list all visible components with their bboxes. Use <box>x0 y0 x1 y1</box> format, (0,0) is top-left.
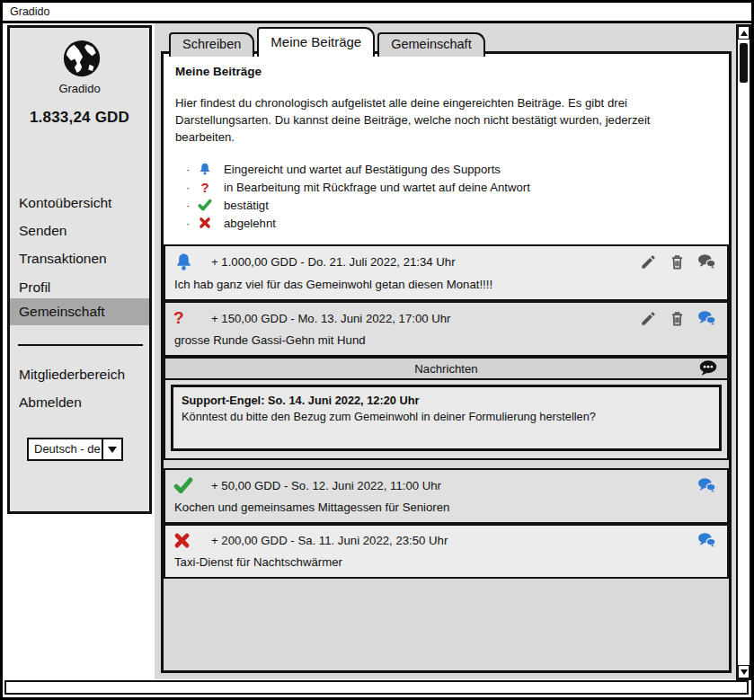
entries-list: + 1.000,00 GDD - Do. 21. Juli 2022, 21:3… <box>164 244 729 670</box>
cross-icon <box>173 532 199 549</box>
triangle-down-icon <box>741 669 748 675</box>
message-datetime: So. 14. Juni 2022, 12:20 Uhr <box>268 394 420 407</box>
question-icon: ? <box>173 308 199 328</box>
message-text: Könntest du bitte den Bezug zum Gemeinwo… <box>182 409 711 425</box>
chevron-down-icon <box>108 447 117 453</box>
title-bar: Gradido <box>3 3 751 23</box>
legend-item-bestaetigt: · bestätigt <box>186 196 717 214</box>
check-icon <box>195 198 215 212</box>
sidebar-item-transaktionen[interactable]: Transaktionen <box>10 245 149 272</box>
tab-meine-beitraege[interactable]: Meine Beiträge <box>257 27 375 57</box>
globe-icon <box>61 38 102 79</box>
sidebar: Gradido 1.833,24 GDD Kontoübersicht Send… <box>7 25 152 514</box>
sidebar-item-gemeinschaft[interactable]: Gemeinschaft <box>10 298 149 325</box>
entry-row: ? + 150,00 GDD - Mo. 13. Juni 2022, 17:0… <box>164 301 729 357</box>
entry-row: + 50,00 GDD - So. 12. Juni 2022, 11:00 U… <box>164 468 729 524</box>
horizontal-scrollbar[interactable] <box>4 680 749 695</box>
message-dots-icon[interactable] <box>697 359 719 378</box>
entry-description: grosse Runde Gassi-Gehn mit Hund <box>165 328 727 355</box>
window-title: Gradido <box>10 5 49 18</box>
vertical-scrollbar[interactable] <box>736 24 751 680</box>
entry-title: + 50,00 GDD - So. 12. Juni 2022, 11:00 U… <box>211 479 441 492</box>
language-select[interactable]: Deutsch - de <box>27 438 123 461</box>
support-message: Support-Engel: So. 14. Juni 2022, 12:20 … <box>171 385 722 451</box>
sidebar-item-mitgliederbereich[interactable]: Mitgliederbereich <box>10 361 149 388</box>
edit-icon[interactable] <box>640 310 657 327</box>
tab-panel: Meine Beiträge Hier findest du chronolog… <box>161 51 732 673</box>
sidebar-item-abmelden[interactable]: Abmelden <box>10 389 149 416</box>
legend-text: Eingereicht und wartet auf Bestätigung d… <box>224 163 501 176</box>
entry-row: + 200,00 GDD - Sa. 11. Juni 2022, 23:50 … <box>164 524 729 579</box>
tab-gemeinschaft[interactable]: Gemeinschaft <box>377 32 484 57</box>
entry-title: + 1.000,00 GDD - Do. 21. Juli 2022, 21:3… <box>211 255 456 269</box>
intro-section: Meine Beiträge Hier findest du chronolog… <box>164 54 729 244</box>
entry-title: + 150,00 GDD - Mo. 13. Juni 2022, 17:00 … <box>211 312 450 325</box>
scroll-down-button[interactable] <box>738 665 750 678</box>
chat-icon[interactable] <box>697 309 716 328</box>
page-title: Meine Beiträge <box>175 65 717 78</box>
edit-icon[interactable] <box>640 253 657 270</box>
status-legend: · Eingereicht und wartet auf Bestätigung… <box>186 160 717 232</box>
legend-text: bestätigt <box>224 199 269 212</box>
entry-description: Taxi-Dienst für Nachtschwärmer <box>165 550 727 577</box>
tab-schreiben[interactable]: Schreiben <box>169 32 254 57</box>
question-icon: ? <box>195 180 215 195</box>
legend-item-abgelehnt: · abgelehnt <box>186 214 717 232</box>
entry-description: Ich hab ganz viel für das Gemeinwohl get… <box>165 272 727 299</box>
legend-text: in Bearbeitung mit Rückfrage und wartet … <box>224 181 530 194</box>
legend-item-eingereicht: · Eingereicht und wartet auf Bestätigung… <box>186 160 717 178</box>
brand-label: Gradido <box>10 82 149 95</box>
entry-row: + 1.000,00 GDD - Do. 21. Juli 2022, 21:3… <box>164 244 729 301</box>
language-dropdown-button[interactable] <box>102 439 121 459</box>
language-value: Deutsch - de <box>29 439 102 459</box>
legend-text: abgelehnt <box>224 217 276 230</box>
main-area: Schreiben Meine Beiträge Gemeinschaft Me… <box>155 23 736 679</box>
scrollbar-thumb[interactable] <box>740 43 748 83</box>
balance-amount: 1.833,24 GDD <box>10 109 149 127</box>
app-window: Gradido Gradido 1.833,24 GDD Kontoübersi… <box>0 0 754 700</box>
chat-icon[interactable] <box>697 476 716 495</box>
check-icon <box>173 475 199 495</box>
bell-icon <box>173 252 199 272</box>
cross-icon <box>195 217 215 229</box>
app-body: Gradido 1.833,24 GDD Kontoübersicht Send… <box>3 23 751 695</box>
legend-item-rueckfrage: · ? in Bearbeitung mit Rückfrage und war… <box>186 178 717 196</box>
chat-icon[interactable] <box>697 253 716 271</box>
delete-icon[interactable] <box>669 253 686 270</box>
tab-bar: Schreiben Meine Beiträge Gemeinschaft <box>169 27 485 57</box>
entry-title: + 200,00 GDD - Sa. 11. Juni 2022, 23:50 … <box>211 534 448 547</box>
sidebar-divider <box>18 344 143 346</box>
chat-icon[interactable] <box>697 531 716 550</box>
sidebar-item-kontouebersicht[interactable]: Kontoübersicht <box>10 190 149 217</box>
intro-text: Hier findest du chronologisch aufgeliste… <box>175 94 707 146</box>
messages-header: Nachrichten <box>165 359 727 380</box>
entry-description: Kochen und gemeinsames Mittagessen für S… <box>165 495 727 522</box>
scroll-up-button[interactable] <box>738 26 750 40</box>
message-sender: Support-Engel: <box>182 394 264 407</box>
bell-icon <box>195 162 215 176</box>
messages-block: Nachrichten Support-Engel: So. 14. Juni … <box>164 357 729 460</box>
delete-icon[interactable] <box>669 310 686 327</box>
sidebar-item-senden[interactable]: Senden <box>10 217 149 244</box>
messages-title: Nachrichten <box>195 362 697 376</box>
sidebar-item-profil[interactable]: Profil <box>10 274 149 301</box>
triangle-up-icon <box>741 31 748 36</box>
